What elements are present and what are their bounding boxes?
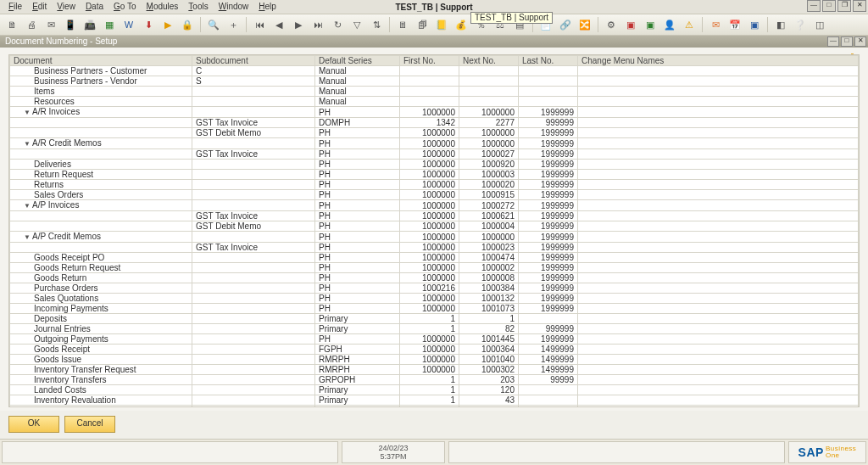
cell-next-no[interactable]: 1000302 bbox=[459, 365, 519, 375]
cell-subdocument[interactable] bbox=[192, 170, 315, 180]
cell-document[interactable]: Sales Orders bbox=[10, 190, 192, 200]
cell-subdocument[interactable] bbox=[192, 375, 315, 385]
cell-subdocument[interactable]: S bbox=[192, 76, 315, 87]
cell-document[interactable]: Goods Return bbox=[10, 273, 192, 283]
cell-default-series[interactable]: PH bbox=[315, 294, 400, 304]
cell-change-menu[interactable] bbox=[578, 334, 859, 345]
expander-icon[interactable]: ▼ bbox=[24, 139, 31, 148]
cell-next-no[interactable]: 1001040 bbox=[459, 355, 519, 365]
table-row[interactable]: Inventory Transfer RequestRMRPH100000010… bbox=[10, 365, 859, 375]
cell-change-menu[interactable] bbox=[578, 395, 859, 406]
table-row[interactable]: GST Debit MemoPH100000010000001999999 bbox=[10, 128, 859, 138]
cell-subdocument[interactable] bbox=[192, 200, 315, 211]
cell-document[interactable]: Service Call bbox=[10, 406, 192, 408]
table-row[interactable]: Sales QuotationsPH100000010001321999999 bbox=[10, 294, 859, 304]
cell-subdocument[interactable]: GST Tax Invoice bbox=[192, 118, 315, 128]
cell-last-no[interactable]: 1499999 bbox=[519, 355, 578, 365]
menu-go-to[interactable]: Go To bbox=[108, 0, 142, 14]
header-first-no[interactable]: First No. bbox=[400, 56, 459, 66]
cell-subdocument[interactable]: GST Tax Invoice bbox=[192, 243, 315, 253]
cell-next-no[interactable] bbox=[459, 76, 519, 87]
table-row[interactable]: Journal EntriesPrimary182999999 bbox=[10, 324, 859, 334]
table-row[interactable]: Goods ReceiptFGPH100000010003641499999 bbox=[10, 345, 859, 355]
maximize-icon[interactable]: □ bbox=[822, 0, 836, 12]
cell-default-series[interactable]: DOMPH bbox=[315, 118, 400, 128]
cell-change-menu[interactable] bbox=[578, 355, 859, 365]
cancel-button[interactable]: Cancel bbox=[64, 416, 115, 433]
cell-default-series[interactable]: PH bbox=[315, 200, 400, 211]
cell-default-series[interactable]: Primary bbox=[315, 395, 400, 406]
cell-first-no[interactable]: 1000000 bbox=[400, 170, 459, 180]
table-row[interactable]: GST Debit MemoPH100000010000041999999 bbox=[10, 221, 859, 232]
cell-default-series[interactable]: Manual bbox=[315, 87, 400, 97]
cell-default-series[interactable]: PH bbox=[315, 107, 400, 118]
cell-document[interactable]: Outgoing Payments bbox=[10, 334, 192, 345]
toolbar-fax-icon[interactable]: 📠 bbox=[81, 16, 98, 33]
table-row[interactable]: Business Partners - VendorSManual bbox=[10, 76, 859, 87]
table-row[interactable]: ▼A/P InvoicesPH100000010002721999999 bbox=[10, 200, 859, 211]
cell-change-menu[interactable] bbox=[578, 263, 859, 273]
menu-help[interactable]: Help bbox=[253, 0, 281, 14]
cell-first-no[interactable]: 1000000 bbox=[400, 107, 459, 118]
cell-subdocument[interactable] bbox=[192, 355, 315, 365]
table-row[interactable]: Service CallPH100000010008211999999 bbox=[10, 406, 859, 408]
table-row[interactable]: Business Partners - CustomerCManual bbox=[10, 66, 859, 76]
toolbar-payment-icon[interactable]: 💰 bbox=[453, 16, 470, 33]
cell-last-no[interactable]: 1999999 bbox=[519, 283, 578, 294]
cell-document[interactable]: Business Partners - Vendor bbox=[10, 76, 192, 87]
subwindow-maximize-icon[interactable]: □ bbox=[841, 36, 853, 47]
cell-first-no[interactable]: 1000000 bbox=[400, 355, 459, 365]
cell-subdocument[interactable]: GST Debit Memo bbox=[192, 128, 315, 138]
cell-document[interactable]: ▼A/R Invoices bbox=[10, 107, 192, 118]
cell-change-menu[interactable] bbox=[578, 118, 859, 128]
cell-subdocument[interactable] bbox=[192, 314, 315, 324]
cell-change-menu[interactable] bbox=[578, 180, 859, 190]
header-document[interactable]: Document bbox=[10, 56, 192, 66]
toolbar-messages-icon[interactable]: ✉ bbox=[707, 16, 724, 33]
cell-document[interactable]: Goods Issue bbox=[10, 355, 192, 365]
cell-last-no[interactable] bbox=[519, 66, 578, 76]
toolbar-target-doc-icon[interactable]: 🗐 bbox=[414, 16, 431, 33]
cell-default-series[interactable]: Primary bbox=[315, 314, 400, 324]
cell-document[interactable]: Purchase Orders bbox=[10, 283, 192, 294]
cell-last-no[interactable]: 1999999 bbox=[519, 190, 578, 200]
cell-default-series[interactable]: GRPOPH bbox=[315, 375, 400, 385]
cell-subdocument[interactable] bbox=[192, 395, 315, 406]
cell-next-no[interactable]: 1000920 bbox=[459, 160, 519, 170]
menu-tools[interactable]: Tools bbox=[183, 0, 213, 14]
cell-default-series[interactable]: Manual bbox=[315, 66, 400, 76]
cell-subdocument[interactable] bbox=[192, 365, 315, 375]
cell-subdocument[interactable]: C bbox=[192, 66, 315, 76]
cell-default-series[interactable]: PH bbox=[315, 253, 400, 263]
table-row[interactable]: DepositsPrimary11 bbox=[10, 314, 859, 324]
toolbar-user-defined-icon[interactable]: 👤 bbox=[661, 16, 678, 33]
cell-first-no[interactable]: 1 bbox=[400, 395, 459, 406]
cell-change-menu[interactable] bbox=[578, 273, 859, 283]
cell-subdocument[interactable]: GST Tax Invoice bbox=[192, 211, 315, 221]
cell-first-no[interactable] bbox=[400, 87, 459, 97]
menu-modules[interactable]: Modules bbox=[142, 0, 184, 14]
cell-subdocument[interactable] bbox=[192, 138, 315, 149]
header-default-series[interactable]: Default Series bbox=[315, 56, 400, 66]
cell-last-no[interactable]: 1999999 bbox=[519, 273, 578, 283]
cell-default-series[interactable]: PH bbox=[315, 170, 400, 180]
cell-document[interactable]: Returns bbox=[10, 180, 192, 190]
cell-first-no[interactable]: 1000000 bbox=[400, 345, 459, 355]
cell-default-series[interactable]: RMRPH bbox=[315, 365, 400, 375]
cell-last-no[interactable]: 1999999 bbox=[519, 138, 578, 149]
cell-change-menu[interactable] bbox=[578, 232, 859, 243]
cell-next-no[interactable]: 1000020 bbox=[459, 180, 519, 190]
table-row[interactable]: GST Tax InvoiceDOMPH13422277999999 bbox=[10, 118, 859, 128]
cell-subdocument[interactable] bbox=[192, 190, 315, 200]
header-next-no[interactable]: Next No. bbox=[459, 56, 519, 66]
cell-default-series[interactable]: Primary bbox=[315, 385, 400, 395]
cell-last-no[interactable]: 1999999 bbox=[519, 149, 578, 160]
cell-first-no[interactable]: 1000000 bbox=[400, 253, 459, 263]
cell-default-series[interactable]: PH bbox=[315, 221, 400, 232]
cell-subdocument[interactable] bbox=[192, 294, 315, 304]
toolbar-export-word-icon[interactable]: W bbox=[120, 16, 137, 33]
cell-first-no[interactable]: 1000000 bbox=[400, 190, 459, 200]
cell-first-no[interactable]: 1000000 bbox=[400, 200, 459, 211]
toolbar-prev-record-icon[interactable]: ◀ bbox=[270, 16, 287, 33]
cell-next-no[interactable]: 1000004 bbox=[459, 221, 519, 232]
